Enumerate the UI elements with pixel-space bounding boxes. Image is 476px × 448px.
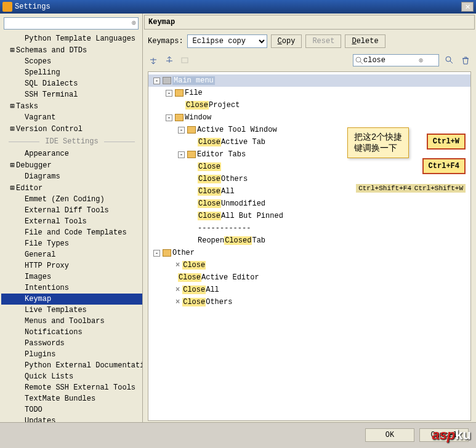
shortcut-ctrl-f4: Ctrl+F4 <box>422 158 466 174</box>
svg-point-1 <box>356 57 361 62</box>
tree-item[interactable]: ⊞Version Control <box>1 123 142 135</box>
action-other-close[interactable]: Close <box>182 261 206 270</box>
tree-node-file[interactable]: File <box>185 89 203 97</box>
action-icon: × <box>175 298 180 306</box>
tree-item[interactable]: Spelling <box>1 67 142 78</box>
tree-item[interactable]: Keymap <box>1 294 142 305</box>
title-bar: Settings ✕ <box>0 0 476 14</box>
settings-tree[interactable]: Python Template Languages⊞Schemas and DT… <box>0 33 142 422</box>
tree-node-window[interactable]: Window <box>185 113 211 122</box>
expand-icon[interactable]: - <box>178 151 185 158</box>
action-close[interactable]: Close <box>198 162 221 171</box>
tree-item[interactable]: File and Code Templates <box>1 227 142 238</box>
watermark: aspku <box>432 427 471 443</box>
shortcut-ctrl-w: Ctrl+W <box>427 134 466 150</box>
tree-item[interactable]: TextMate Bundles <box>1 393 142 404</box>
shortcut-ctrl-shift-w: Ctrl+Shift+W <box>412 184 466 193</box>
tree-item[interactable]: General <box>1 249 142 260</box>
tree-item[interactable]: Remote SSH External Tools <box>1 382 142 393</box>
action-icon: × <box>175 286 180 294</box>
tree-item[interactable]: ⊞Editor <box>1 182 142 194</box>
folder-icon <box>187 126 196 134</box>
folder-icon <box>163 249 171 257</box>
annotation-note: 把这2个快捷 键调换一下 <box>347 127 409 158</box>
expand-icon[interactable]: - <box>153 78 160 84</box>
action-search-box[interactable]: ⊗ <box>353 54 439 66</box>
trash-icon[interactable] <box>460 55 471 66</box>
app-icon <box>2 2 12 12</box>
tree-item[interactable]: Python Template Languages <box>1 33 142 44</box>
ok-button[interactable]: OK <box>365 428 414 442</box>
keymap-select[interactable]: Eclipse copy <box>187 34 267 48</box>
tree-item[interactable]: SQL Dialects <box>1 78 142 89</box>
svg-line-2 <box>360 62 363 64</box>
action-tree[interactable]: -Main menu -File Close Project -Window -… <box>148 71 471 421</box>
collapse-all-icon[interactable] <box>164 55 175 66</box>
folder-icon <box>175 89 184 97</box>
action-search-input[interactable] <box>363 56 419 65</box>
expand-all-icon[interactable] <box>148 55 159 66</box>
expand-icon[interactable]: - <box>166 90 172 97</box>
tree-item[interactable]: ⊞Tasks <box>1 100 142 112</box>
clear-search-icon[interactable]: ⊗ <box>132 18 136 28</box>
expand-icon[interactable]: - <box>166 114 172 121</box>
action-other-close-all[interactable]: All <box>206 286 219 294</box>
clear-action-search-icon[interactable]: ⊗ <box>419 56 423 65</box>
action-reopen-closed-tab[interactable]: Tab <box>252 236 265 245</box>
action-close-others[interactable]: Others <box>221 175 248 183</box>
tree-item[interactable]: Menus and Toolbars <box>1 316 142 327</box>
tree-node-active-tool-window[interactable]: Active Tool Window <box>197 126 277 134</box>
action-other-close-others[interactable]: Others <box>206 298 232 306</box>
tree-item[interactable]: ⊞Schemas and DTDs <box>1 44 142 56</box>
tree-item[interactable]: Intentions <box>1 282 142 294</box>
svg-line-4 <box>450 61 453 63</box>
tree-item[interactable]: Python External Documentation <box>1 360 142 371</box>
tree-node-editor-tabs[interactable]: Editor Tabs <box>197 150 246 159</box>
delete-button[interactable]: Delete <box>345 34 385 48</box>
tree-node-main-menu[interactable]: Main menu <box>172 76 215 85</box>
tree-item[interactable]: Images <box>1 271 142 282</box>
expand-icon[interactable]: - <box>153 250 160 257</box>
action-close-active-tab[interactable]: Active Tab <box>221 138 265 146</box>
tree-item[interactable]: Notifications <box>1 327 142 338</box>
tree-item[interactable]: External Diff Tools <box>1 205 142 216</box>
tree-item[interactable]: Appearance <box>1 148 142 159</box>
settings-search-input[interactable] <box>4 17 139 30</box>
tree-item[interactable]: Diagrams <box>1 171 142 182</box>
folder-icon <box>163 77 171 84</box>
tree-item[interactable]: Plugins <box>1 349 142 360</box>
tree-item[interactable]: HTTP Proxy <box>1 260 142 271</box>
action-close-all-but-pinned[interactable]: All But Pinned <box>221 212 283 220</box>
tree-item[interactable]: Emmet (Zen Coding) <box>1 194 142 205</box>
search-icon <box>355 56 363 65</box>
tree-item[interactable]: Vagrant <box>1 112 142 123</box>
close-window-button[interactable]: ✕ <box>461 2 474 12</box>
folder-icon <box>175 114 184 121</box>
action-close-unmodified[interactable]: Unmodified <box>221 199 265 208</box>
tree-item[interactable]: Quick Lists <box>1 371 142 382</box>
tree-item[interactable]: SSH Terminal <box>1 89 142 100</box>
action-close-all[interactable]: All <box>221 187 235 196</box>
ide-settings-header: IDE Settings <box>1 137 142 146</box>
tree-item[interactable]: Updates <box>1 415 142 422</box>
tree-item[interactable]: External Tools <box>1 216 142 227</box>
action-icon: × <box>175 261 180 270</box>
tree-item[interactable]: TODO <box>1 404 142 415</box>
tree-item[interactable]: File Types <box>1 238 142 249</box>
tree-item[interactable]: Live Templates <box>1 305 142 316</box>
find-by-shortcut-icon[interactable] <box>444 55 455 66</box>
edit-shortcut-icon <box>180 55 191 66</box>
tree-item[interactable]: Scopes <box>1 56 142 67</box>
action-close-active-editor[interactable]: Active Editor <box>201 273 259 282</box>
svg-point-3 <box>446 57 451 62</box>
action-close-project[interactable]: Project <box>209 101 240 110</box>
tree-item[interactable]: ⊞Debugger <box>1 159 142 171</box>
reset-button[interactable]: Reset <box>305 34 341 48</box>
dialog-button-bar: OK Cancel <box>0 422 476 447</box>
tree-item[interactable]: Passwords <box>1 338 142 349</box>
copy-button[interactable]: Copy <box>271 34 302 48</box>
shortcut-ctrl-shift-f4: Ctrl+Shift+F4 <box>356 184 414 193</box>
tree-node-other[interactable]: Other <box>172 249 195 257</box>
panel-title: Keymap <box>144 15 475 30</box>
expand-icon[interactable]: - <box>178 127 185 134</box>
